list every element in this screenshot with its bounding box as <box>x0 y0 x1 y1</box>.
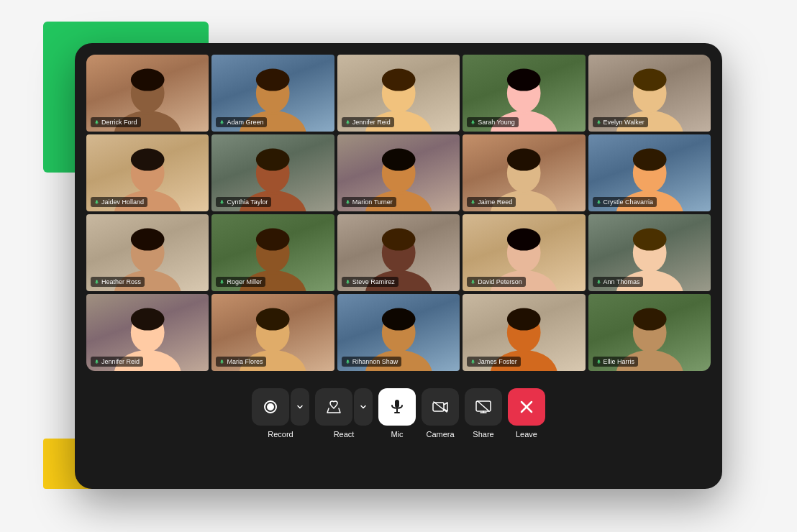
video-tile: Roger Miller <box>211 214 334 291</box>
svg-point-19 <box>632 68 666 91</box>
participant-name-badge: Jaime Reed <box>467 197 516 207</box>
video-tile: Jennifer Reid <box>337 55 460 132</box>
mic-label: Mic <box>391 430 403 439</box>
video-tile: Marion Turner <box>337 134 460 211</box>
svg-point-51 <box>382 228 416 250</box>
camera-button[interactable] <box>422 388 459 426</box>
svg-point-11 <box>382 68 416 91</box>
mic-control[interactable]: Mic <box>378 388 416 439</box>
participant-name-badge: Ellie Harris <box>593 357 639 367</box>
svg-point-23 <box>131 148 165 170</box>
participant-name: Jaidev Holland <box>101 198 144 206</box>
meeting-toolbar: Record React <box>86 381 711 446</box>
participant-name: Jennifer Reid <box>101 358 140 365</box>
video-tile: Evelyn Walker <box>588 55 711 132</box>
mic-button[interactable] <box>378 388 416 426</box>
participant-name-badge: Ann Thomas <box>593 277 644 287</box>
video-tile: David Peterson <box>463 214 585 291</box>
svg-point-47 <box>256 228 290 250</box>
participant-name-badge: Jaidev Holland <box>91 197 147 207</box>
record-control[interactable]: Record <box>252 388 309 439</box>
record-label: Record <box>268 430 293 439</box>
video-tile: Cynthia Taylor <box>211 134 334 211</box>
video-tile: Ann Thomas <box>588 214 711 291</box>
participant-name-badge: Cynthia Taylor <box>216 197 271 207</box>
react-control[interactable]: React <box>315 388 373 439</box>
participant-name-badge: Steve Ramirez <box>342 277 398 287</box>
video-tile: Ellie Harris <box>588 294 711 371</box>
video-tile: Adam Green <box>211 55 334 132</box>
participant-name: Marion Turner <box>352 198 393 206</box>
video-tile: Steve Ramirez <box>337 214 460 291</box>
participant-name: Crystle Chavarria <box>604 198 654 206</box>
participant-name-badge: Jennifer Reid <box>342 117 394 127</box>
svg-point-67 <box>256 308 290 330</box>
video-tile: Jaidev Holland <box>86 134 209 211</box>
svg-line-90 <box>478 401 489 411</box>
participant-name-badge: Crystle Chavarria <box>593 197 657 207</box>
svg-line-86 <box>434 402 447 412</box>
participant-name: David Peterson <box>478 278 522 285</box>
svg-point-3 <box>131 68 165 91</box>
participant-name-badge: Maria Flores <box>216 357 266 367</box>
svg-point-7 <box>256 68 290 91</box>
video-tile: Heather Ross <box>86 214 209 291</box>
participant-name-badge: Adam Green <box>216 117 267 127</box>
leave-button[interactable] <box>508 388 545 426</box>
record-expand-button[interactable] <box>291 388 309 426</box>
participant-name: James Foster <box>478 358 517 365</box>
video-tile: Rihannon Shaw <box>337 294 460 371</box>
participant-name: Cynthia Taylor <box>227 198 268 206</box>
svg-point-15 <box>507 68 541 91</box>
react-button[interactable] <box>315 388 352 426</box>
video-tile: Jennifer Reid <box>86 294 209 371</box>
participant-name: Sarah Young <box>478 119 515 126</box>
participant-name: Maria Flores <box>227 358 263 365</box>
participant-name-badge: Rihannon Shaw <box>342 357 402 367</box>
participant-name-badge: Jennifer Reid <box>91 357 143 367</box>
participant-name: Adam Green <box>227 119 263 126</box>
svg-point-71 <box>382 308 416 330</box>
share-button[interactable] <box>465 388 502 426</box>
video-tile: Jaime Reed <box>463 134 585 211</box>
svg-point-55 <box>507 228 541 250</box>
participant-name: Rihannon Shaw <box>352 358 398 365</box>
participant-name: Jennifer Reid <box>352 119 391 126</box>
participant-name-badge: Marion Turner <box>342 197 396 207</box>
svg-point-63 <box>131 308 165 330</box>
svg-rect-82 <box>395 400 399 408</box>
svg-point-81 <box>268 404 273 410</box>
svg-point-43 <box>131 228 165 250</box>
leave-control[interactable]: Leave <box>508 388 545 439</box>
participant-name-badge: Evelyn Walker <box>593 117 648 127</box>
video-tile: Sarah Young <box>463 55 585 132</box>
participant-name: Jaime Reed <box>478 198 512 206</box>
participant-name: Derrick Ford <box>101 119 137 126</box>
share-control[interactable]: Share <box>465 388 502 439</box>
react-expand-button[interactable] <box>354 388 373 426</box>
participant-name: Ellie Harris <box>604 358 635 365</box>
participant-name-badge: Roger Miller <box>216 277 265 287</box>
video-tile: Maria Flores <box>211 294 334 371</box>
video-grid: Derrick FordAdam GreenJennifer ReidSarah… <box>86 55 711 371</box>
participant-name-badge: Derrick Ford <box>91 117 141 127</box>
device-frame: Derrick FordAdam GreenJennifer ReidSarah… <box>75 43 722 489</box>
participant-name-badge: Sarah Young <box>467 117 519 127</box>
leave-label: Leave <box>516 430 537 439</box>
record-button[interactable] <box>252 388 289 426</box>
video-tile: Derrick Ford <box>86 55 209 132</box>
svg-point-59 <box>632 228 666 250</box>
camera-label: Camera <box>426 430 454 439</box>
svg-rect-85 <box>433 403 444 411</box>
participant-name: Evelyn Walker <box>604 119 645 126</box>
participant-name: Steve Ramirez <box>352 278 395 285</box>
video-tile: James Foster <box>463 294 585 371</box>
camera-control[interactable]: Camera <box>422 388 459 439</box>
svg-point-75 <box>507 308 541 330</box>
video-tile: Crystle Chavarria <box>588 134 711 211</box>
participant-name: Roger Miller <box>227 278 262 285</box>
svg-point-39 <box>632 148 666 170</box>
participant-name-badge: David Peterson <box>467 277 526 287</box>
svg-point-27 <box>256 148 290 170</box>
participant-name-badge: Heather Ross <box>91 277 145 287</box>
